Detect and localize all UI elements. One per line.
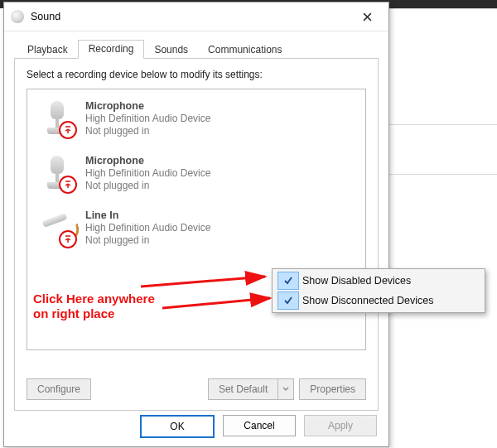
annotation-text: Click Here anywhere on right place bbox=[33, 291, 155, 321]
device-text: Line In High Definition Audio Device Not… bbox=[85, 209, 210, 247]
unplugged-badge-icon bbox=[59, 176, 77, 194]
device-status: Not plugged in bbox=[85, 125, 210, 137]
device-driver: High Definition Audio Device bbox=[85, 113, 210, 125]
tab-recording[interactable]: Recording bbox=[78, 40, 145, 59]
device-status: Not plugged in bbox=[85, 234, 210, 247]
set-default-split-button[interactable]: Set Default bbox=[208, 378, 294, 400]
device-item[interactable]: Microphone High Definition Audio Device … bbox=[34, 149, 359, 204]
properties-button[interactable]: Properties bbox=[299, 378, 366, 400]
configure-button[interactable]: Configure bbox=[27, 378, 91, 400]
background-line bbox=[389, 124, 497, 125]
device-buttons-row: Configure Set Default Properties bbox=[27, 378, 366, 400]
apply-button[interactable]: Apply bbox=[304, 415, 377, 436]
background-line bbox=[389, 8, 497, 9]
microphone-icon bbox=[37, 99, 79, 141]
device-status: Not plugged in bbox=[85, 180, 210, 192]
instruction-text: Select a recording device below to modif… bbox=[27, 69, 366, 80]
dialog-actions: OK Cancel Apply bbox=[140, 415, 377, 438]
cancel-button[interactable]: Cancel bbox=[223, 415, 296, 436]
menu-item-show-disabled[interactable]: Show Disabled Devices bbox=[274, 271, 483, 291]
stage: Sound Playback Recording Sounds Communic… bbox=[0, 0, 497, 448]
window-title: Sound bbox=[31, 11, 350, 22]
menu-item-label: Show Disabled Devices bbox=[302, 275, 411, 287]
device-item[interactable]: Line In High Definition Audio Device Not… bbox=[34, 204, 359, 258]
titlebar: Sound bbox=[4, 2, 388, 31]
close-icon bbox=[363, 12, 372, 22]
device-text: Microphone High Definition Audio Device … bbox=[85, 154, 210, 192]
client-area: Playback Recording Sounds Communications… bbox=[4, 31, 388, 417]
close-button[interactable] bbox=[350, 5, 384, 28]
line-in-icon bbox=[37, 209, 79, 250]
unplugged-badge-icon bbox=[59, 230, 77, 248]
tab-communications[interactable]: Communications bbox=[198, 41, 292, 59]
sound-dialog: Sound Playback Recording Sounds Communic… bbox=[3, 2, 389, 447]
tab-playback[interactable]: Playback bbox=[17, 41, 78, 59]
device-name: Microphone bbox=[85, 99, 210, 113]
context-menu[interactable]: Show Disabled Devices Show Disconnected … bbox=[272, 268, 485, 313]
sound-icon bbox=[11, 10, 24, 23]
background-line bbox=[389, 174, 497, 175]
chevron-down-icon bbox=[282, 387, 289, 392]
menu-item-label: Show Disconnected Devices bbox=[302, 295, 433, 306]
device-name: Microphone bbox=[85, 154, 210, 167]
set-default-button[interactable]: Set Default bbox=[208, 378, 277, 400]
tab-sounds[interactable]: Sounds bbox=[144, 41, 198, 59]
device-driver: High Definition Audio Device bbox=[85, 222, 210, 234]
set-default-dropdown[interactable] bbox=[277, 378, 294, 400]
annotation-line2: on right place bbox=[33, 306, 114, 320]
ok-button[interactable]: OK bbox=[140, 415, 215, 438]
checkmark-icon bbox=[277, 272, 299, 290]
tab-pane-recording: Select a recording device below to modif… bbox=[14, 58, 379, 411]
menu-item-show-disconnected[interactable]: Show Disconnected Devices bbox=[274, 291, 483, 311]
device-name: Line In bbox=[85, 209, 210, 222]
tab-row: Playback Recording Sounds Communications bbox=[17, 38, 379, 58]
device-text: Microphone High Definition Audio Device … bbox=[85, 99, 210, 137]
checkmark-icon bbox=[277, 291, 299, 310]
device-item[interactable]: Microphone High Definition Audio Device … bbox=[34, 94, 359, 149]
device-driver: High Definition Audio Device bbox=[85, 167, 210, 180]
unplugged-badge-icon bbox=[59, 121, 77, 139]
annotation-line1: Click Here anywhere bbox=[33, 291, 155, 306]
microphone-icon bbox=[37, 154, 79, 195]
